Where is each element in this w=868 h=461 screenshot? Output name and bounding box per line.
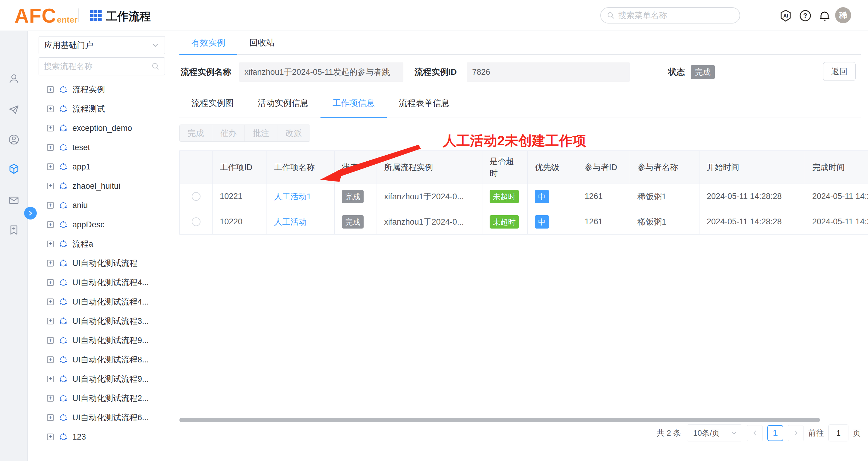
tree-item[interactable]: +zhaoel_huitui — [28, 176, 171, 196]
menu-search-input[interactable] — [618, 11, 734, 20]
ai-assistant-icon[interactable]: AI — [779, 9, 792, 22]
next-page-button[interactable] — [788, 425, 804, 441]
expand-icon[interactable]: + — [47, 337, 54, 344]
tree-item[interactable]: +UI自动化测试流程9... — [28, 369, 171, 389]
detail-tab-1[interactable]: 活动实例信息 — [246, 90, 320, 118]
expand-icon[interactable]: + — [47, 163, 54, 170]
expand-icon[interactable]: + — [47, 299, 54, 305]
account-nav-icon[interactable] — [8, 134, 20, 145]
overtime-badge: 未超时 — [490, 215, 519, 228]
workitem-link[interactable]: 人工活动1 — [274, 191, 311, 202]
detail-tab-2[interactable]: 工作项信息 — [320, 90, 387, 118]
page-suffix-label: 页 — [853, 428, 861, 438]
tree-item-label: zhaoel_huitui — [72, 182, 120, 191]
page-number-1[interactable]: 1 — [767, 425, 783, 441]
tree-item[interactable]: +流程测试 — [28, 99, 171, 119]
tree-item[interactable]: +UI自动化测试流程4... — [28, 292, 171, 311]
action-button-1[interactable]: 催办 — [212, 125, 245, 142]
priority-badge: 中 — [535, 190, 549, 203]
tree-item-label: 123 — [72, 432, 86, 442]
expand-icon[interactable]: + — [47, 279, 54, 286]
tree-item[interactable]: +teset — [28, 138, 171, 157]
svg-text:?: ? — [803, 12, 807, 19]
table-header-cell: 工作项ID — [213, 150, 267, 184]
chevron-down-icon — [151, 41, 159, 49]
tree-item[interactable]: +UI自动化测试流程9... — [28, 331, 171, 350]
expand-icon[interactable]: + — [47, 414, 54, 421]
process-icon — [59, 278, 67, 287]
tree-item[interactable]: +UI自动化测试流程3... — [28, 311, 171, 331]
page-size-select[interactable]: 10条/页 — [687, 425, 742, 441]
tab-0[interactable]: 有效实例 — [179, 33, 237, 54]
detail-tab-0[interactable]: 流程实例图 — [179, 90, 246, 118]
goto-page-input[interactable] — [829, 425, 848, 441]
action-button-0[interactable]: 完成 — [180, 125, 212, 142]
user-avatar[interactable]: 稀 — [835, 7, 851, 23]
expand-icon[interactable]: + — [47, 241, 54, 247]
send-nav-icon[interactable] — [8, 104, 20, 116]
apps-grid-icon — [90, 10, 102, 21]
expand-icon[interactable]: + — [47, 395, 54, 402]
tree-item[interactable]: +UI自动化测试流程4... — [28, 273, 171, 292]
tab-1[interactable]: 回收站 — [237, 33, 287, 54]
mail-nav-icon[interactable] — [8, 194, 20, 206]
tree-item[interactable]: +UI自动化测试流程2... — [28, 389, 171, 408]
tree-item[interactable]: +app1 — [28, 157, 171, 176]
expand-icon[interactable]: + — [47, 144, 54, 151]
chevron-right-icon — [793, 430, 799, 436]
process-search-input[interactable] — [44, 62, 151, 71]
process-tree: +流程实例+流程测试+exception_demo+teset+app1+zha… — [28, 80, 171, 461]
workitem-link[interactable]: 人工活动 — [274, 216, 307, 227]
back-button[interactable]: 返回 — [823, 62, 856, 81]
portal-select[interactable]: 应用基础门户 — [39, 36, 165, 54]
process-icon — [59, 317, 67, 325]
tree-item[interactable]: +UI自动化测试流程8... — [28, 350, 171, 369]
workflow-nav-icon-active[interactable] — [8, 163, 20, 175]
help-icon[interactable]: ? — [799, 9, 812, 22]
expand-icon[interactable]: + — [47, 86, 54, 93]
detail-tab-3[interactable]: 流程表单信息 — [387, 90, 462, 118]
table-body: 10221人工活动1完成xifanzhou1于2024-0...未超时中1261… — [179, 184, 868, 235]
row-radio-button[interactable] — [192, 217, 200, 226]
row-radio-button[interactable] — [192, 192, 200, 201]
instance-name-input[interactable] — [239, 62, 403, 82]
expand-icon[interactable]: + — [47, 357, 54, 363]
expand-icon[interactable]: + — [47, 318, 54, 325]
expand-icon[interactable]: + — [47, 105, 54, 112]
tree-item[interactable]: +appDesc — [28, 215, 171, 234]
process-icon — [59, 433, 67, 441]
tree-item[interactable]: +UI自动化测试流程6... — [28, 408, 171, 427]
tree-item[interactable]: +123 — [28, 427, 171, 447]
tree-item[interactable]: +流程实例 — [28, 80, 171, 99]
tree-item[interactable]: +UI自动化测试流程 — [28, 253, 171, 273]
tree-item[interactable]: +exception_demo — [28, 119, 171, 138]
table-cell: 2024-05-11 14:28:28 — [805, 184, 868, 209]
app-header: AFCenter 工作流程 AI ? 稀 — [0, 0, 868, 30]
horizontal-scrollbar-thumb[interactable] — [179, 418, 820, 422]
bookmark-add-nav-icon[interactable] — [8, 224, 20, 236]
expand-icon[interactable]: + — [47, 202, 54, 209]
expand-icon[interactable]: + — [47, 221, 54, 228]
table-header-cell: 是否超时 — [483, 150, 528, 184]
process-icon — [59, 394, 67, 402]
tree-item[interactable]: +aniu — [28, 196, 171, 215]
sidebar-expand-toggle[interactable] — [24, 207, 37, 219]
tree-item[interactable]: +流程a — [28, 234, 171, 253]
status-badge: 完成 — [342, 190, 364, 203]
notification-bell-icon[interactable] — [818, 9, 831, 22]
tree-item-label: UI自动化测试流程8... — [72, 354, 149, 365]
process-icon — [59, 220, 67, 229]
expand-icon[interactable]: + — [47, 125, 54, 131]
expand-icon[interactable]: + — [47, 376, 54, 382]
instance-id-input[interactable] — [467, 62, 630, 82]
search-icon — [607, 11, 615, 20]
expand-icon[interactable]: + — [47, 260, 54, 267]
action-button-3[interactable]: 改派 — [277, 125, 310, 142]
expand-icon[interactable]: + — [47, 183, 54, 189]
table-cell: 2024-05-11 14:28:28 — [805, 209, 868, 235]
action-button-2[interactable]: 批注 — [245, 125, 277, 142]
user-nav-icon[interactable] — [8, 73, 20, 85]
expand-icon[interactable]: + — [47, 434, 54, 440]
tree-item-label: app1 — [72, 162, 90, 172]
prev-page-button[interactable] — [747, 425, 763, 441]
